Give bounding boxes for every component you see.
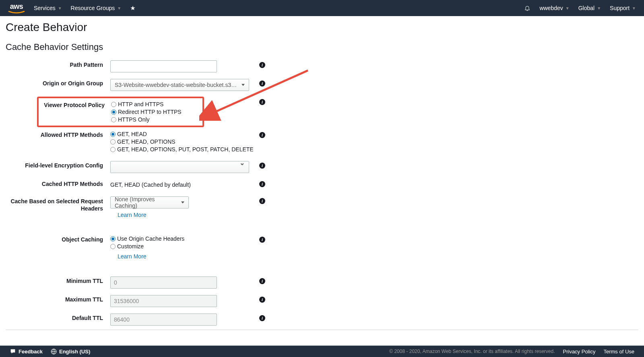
max-ttl-input[interactable] (110, 295, 217, 307)
min-ttl-input[interactable] (110, 277, 217, 289)
info-icon[interactable]: i (259, 62, 265, 68)
nav-right: wwebdev ▼ Global ▼ Support ▼ (524, 5, 636, 11)
aws-logo[interactable]: aws (8, 2, 25, 14)
cache-headers-learn-more-link[interactable]: Learn More (110, 209, 255, 218)
radio-label: GET, HEAD, OPTIONS, PUT, POST, PATCH, DE… (117, 146, 254, 153)
nav-services[interactable]: Services ▼ (34, 5, 62, 11)
nav-services-label: Services (34, 5, 56, 11)
radio-label: HTTPS Only (118, 116, 150, 123)
radio-origin-cache[interactable]: Use Origin Cache Headers (110, 235, 255, 242)
nav-user[interactable]: wwebdev ▼ (539, 5, 569, 11)
field-encryption-select[interactable] (110, 161, 249, 173)
object-caching-learn-more-link[interactable]: Learn More (110, 251, 255, 260)
row-allowed-methods: Allowed HTTP Methods GET, HEAD GET, HEAD… (6, 130, 638, 153)
caret-down-icon: ▼ (566, 6, 570, 10)
label-max-ttl: Maximum TTL (6, 294, 110, 303)
object-caching-radio-group: Use Origin Cache Headers Customize (110, 235, 255, 250)
footer-feedback[interactable]: Feedback (10, 348, 43, 349)
radio-https-only[interactable]: HTTPS Only (111, 116, 182, 123)
nav-support-label: Support (610, 5, 630, 11)
row-object-caching: Object Caching Use Origin Cache Headers … (6, 234, 638, 260)
info-icon[interactable]: i (259, 278, 265, 284)
row-default-ttl: Default TTL i (6, 313, 638, 326)
label-cache-headers: Cache Based on Selected Request Headers (6, 196, 110, 212)
footer-language-label: English (US) (59, 349, 90, 349)
label-default-ttl: Default TTL (6, 313, 110, 321)
nav-notifications[interactable] (524, 5, 530, 11)
info-icon[interactable]: i (259, 198, 265, 204)
radio-label: GET, HEAD, OPTIONS (117, 138, 175, 145)
cache-headers-select[interactable]: None (Improves Caching) (110, 196, 189, 208)
info-icon[interactable]: i (259, 315, 265, 321)
row-viewer-protocol: Viewer Protocol Policy HTTP and HTTPS Re… (6, 97, 638, 124)
footer: Feedback English (US) © 2008 - 2020, Ama… (0, 345, 644, 349)
bell-icon (524, 5, 530, 11)
cached-methods-value: GET, HEAD (Cached by default) (110, 180, 255, 188)
radio-label: Redirect HTTP to HTTPS (118, 108, 182, 116)
nav-resource-groups-label: Resource Groups (71, 5, 115, 11)
section-title: Cache Behavior Settings (6, 42, 638, 52)
aws-swoosh-icon (8, 11, 25, 14)
info-icon[interactable]: i (259, 132, 265, 138)
label-path-pattern: Path Pattern (6, 60, 110, 68)
aws-logo-text: aws (10, 2, 23, 11)
viewer-protocol-radio-group: HTTP and HTTPS Redirect HTTP to HTTPS HT… (111, 101, 182, 123)
cache-headers-value: None (Improves Caching) (115, 196, 178, 209)
radio-all-methods[interactable]: GET, HEAD, OPTIONS, PUT, POST, PATCH, DE… (110, 146, 255, 153)
origin-select-value: S3-Website-wwebdev-static-website-bucket… (115, 82, 237, 88)
info-icon[interactable]: i (259, 80, 265, 87)
label-origin: Origin or Origin Group (6, 78, 110, 87)
radio-redirect-https[interactable]: Redirect HTTP to HTTPS (111, 108, 182, 116)
footer-left: Feedback English (US) (10, 348, 90, 349)
info-icon[interactable]: i (259, 237, 265, 243)
label-viewer-protocol: Viewer Protocol Policy (43, 101, 111, 123)
row-origin: Origin or Origin Group S3-Website-wwebde… (6, 78, 638, 91)
radio-label: GET, HEAD (117, 130, 147, 138)
divider (6, 330, 638, 330)
footer-privacy-link[interactable]: Privacy Policy (563, 349, 596, 349)
nav-left: aws Services ▼ Resource Groups ▼ (8, 2, 136, 14)
caret-down-icon: ▼ (632, 6, 636, 10)
radio-get-head-options[interactable]: GET, HEAD, OPTIONS (110, 138, 255, 145)
nav-user-label: wwebdev (539, 5, 563, 11)
default-ttl-input[interactable] (110, 314, 217, 326)
row-min-ttl: Minimum TTL i (6, 276, 638, 289)
footer-terms-link[interactable]: Terms of Use (603, 349, 634, 349)
nav-support[interactable]: Support ▼ (610, 5, 636, 11)
allowed-methods-radio-group: GET, HEAD GET, HEAD, OPTIONS GET, HEAD, … (110, 130, 255, 153)
radio-customize[interactable]: Customize (110, 243, 255, 250)
info-icon[interactable]: i (259, 163, 265, 169)
nav-resource-groups[interactable]: Resource Groups ▼ (71, 5, 122, 11)
row-cache-headers: Cache Based on Selected Request Headers … (6, 196, 638, 218)
radio-label: HTTP and HTTPS (118, 101, 163, 108)
info-icon[interactable]: i (259, 99, 265, 105)
caret-down-icon: ▼ (117, 6, 121, 10)
pin-icon (130, 5, 136, 11)
radio-label: Use Origin Cache Headers (117, 235, 184, 242)
top-nav: aws Services ▼ Resource Groups ▼ wwebdev… (0, 0, 644, 16)
nav-region[interactable]: Global ▼ (578, 5, 601, 11)
main-content: Create Behavior Cache Behavior Settings … (0, 16, 644, 349)
row-field-encryption: Field-level Encryption Config i (6, 160, 638, 173)
caret-down-icon: ▼ (58, 6, 62, 10)
footer-feedback-label: Feedback (19, 349, 43, 349)
footer-language[interactable]: English (US) (51, 349, 90, 349)
row-path-pattern: Path Pattern i (6, 60, 638, 72)
nav-pin[interactable] (130, 5, 136, 11)
label-min-ttl: Minimum TTL (6, 276, 110, 284)
caret-down-icon: ▼ (597, 6, 601, 10)
radio-get-head[interactable]: GET, HEAD (110, 130, 255, 138)
row-cached-methods: Cached HTTP Methods GET, HEAD (Cached by… (6, 179, 638, 190)
radio-http-https[interactable]: HTTP and HTTPS (111, 101, 182, 108)
path-pattern-input[interactable] (110, 60, 217, 72)
info-icon[interactable]: i (259, 297, 265, 303)
globe-icon (51, 349, 57, 349)
label-allowed-methods: Allowed HTTP Methods (6, 130, 110, 138)
row-max-ttl: Maximum TTL i (6, 294, 638, 307)
label-cached-methods: Cached HTTP Methods (6, 179, 110, 187)
radio-label: Customize (117, 243, 144, 250)
nav-region-label: Global (578, 5, 594, 11)
footer-right: © 2008 - 2020, Amazon Web Services, Inc.… (389, 349, 634, 349)
info-icon[interactable]: i (259, 181, 265, 187)
origin-select[interactable]: S3-Website-wwebdev-static-website-bucket… (110, 79, 249, 91)
